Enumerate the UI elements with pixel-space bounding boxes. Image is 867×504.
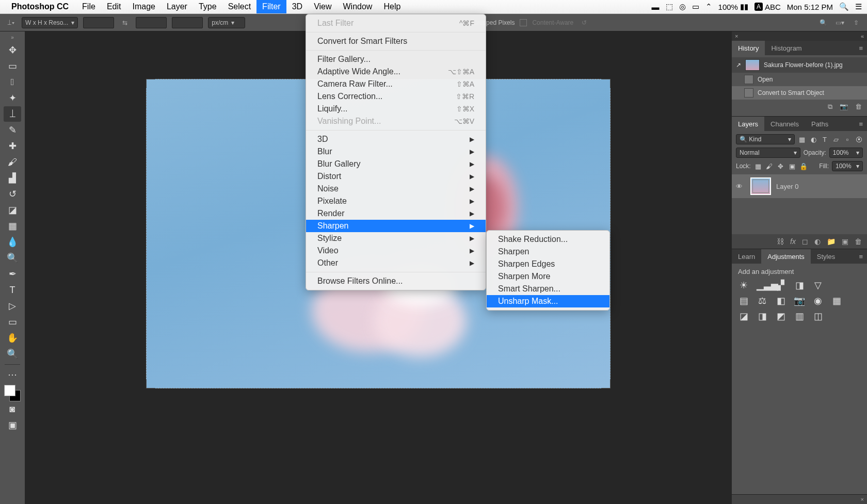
layer-filter-kind[interactable]: 🔍 Kind▾ xyxy=(736,134,795,144)
filter-camera-raw[interactable]: Camera Raw Filter...⇧⌘A xyxy=(306,78,486,90)
dropbox-icon[interactable]: ⬚ xyxy=(666,2,673,11)
photo-filter-icon[interactable]: 📷 xyxy=(794,295,805,306)
sharpen-smart[interactable]: Smart Sharpen... xyxy=(487,283,609,295)
color-swatch[interactable] xyxy=(4,385,21,401)
crop-height-field[interactable] xyxy=(136,17,167,28)
blur-tool[interactable]: 💧 xyxy=(4,234,21,250)
filter-video[interactable]: Video▶ xyxy=(306,245,486,257)
panel-close-icon[interactable]: × xyxy=(735,33,738,39)
link-layers-icon[interactable]: ⛓ xyxy=(777,237,784,246)
filter-adjust-icon[interactable]: ◐ xyxy=(809,135,817,143)
menu-layer[interactable]: Layer xyxy=(161,0,193,13)
tab-history[interactable]: History xyxy=(732,41,765,55)
gradient-tool[interactable]: ▦ xyxy=(4,218,21,234)
curves-icon[interactable]: ▞ xyxy=(775,280,786,291)
layer-name[interactable]: Layer 0 xyxy=(776,183,798,190)
crop-tool[interactable]: ⟘ xyxy=(4,106,21,122)
mask-icon[interactable]: ◻ xyxy=(802,237,808,246)
menu-view[interactable]: View xyxy=(308,0,337,13)
crop-width-field[interactable] xyxy=(83,17,114,28)
posterize-icon[interactable]: ◨ xyxy=(757,311,768,322)
levels-icon[interactable]: ▁▃▅ xyxy=(757,280,768,291)
menu-window[interactable]: Window xyxy=(338,0,378,13)
vibrance-icon[interactable]: ▽ xyxy=(812,280,824,291)
lock-paint-icon[interactable]: 🖌 xyxy=(765,162,774,170)
content-aware-checkbox[interactable] xyxy=(520,19,527,26)
lock-transparency-icon[interactable]: ▦ xyxy=(754,162,762,170)
sharpen-sharpen[interactable]: Sharpen xyxy=(487,246,609,258)
menu-image[interactable]: Image xyxy=(126,0,160,13)
history-brush-tool[interactable]: ↺ xyxy=(4,186,21,202)
panel-collapse-icon[interactable]: « xyxy=(861,33,864,39)
menu-3d[interactable]: 3D xyxy=(286,0,308,13)
swap-dimensions-icon[interactable]: ⇆ xyxy=(119,17,131,28)
edit-toolbar[interactable]: ⋯ xyxy=(4,367,21,382)
group-icon[interactable]: 📁 xyxy=(827,237,836,246)
menu-help[interactable]: Help xyxy=(378,0,406,13)
bottom-panel-close-icon[interactable]: × xyxy=(861,496,864,502)
battery-status[interactable]: 100% ▮▮ xyxy=(718,2,748,11)
airplay-icon[interactable]: ▭ xyxy=(692,2,699,11)
delete-layer-icon[interactable]: 🗑 xyxy=(855,237,862,246)
workspace-icon[interactable]: ▭▾ xyxy=(834,17,845,28)
tab-adjustments[interactable]: Adjustments xyxy=(761,249,811,264)
trash-icon[interactable]: 🗑 xyxy=(855,103,862,111)
filter-blur-gallery[interactable]: Blur Gallery▶ xyxy=(306,158,486,170)
eraser-tool[interactable]: ◪ xyxy=(4,202,21,218)
crop-preset-select[interactable]: W x H x Reso...▾ xyxy=(22,17,78,28)
filter-stylize[interactable]: Stylize▶ xyxy=(306,232,486,245)
history-step-open[interactable]: Open xyxy=(732,73,867,86)
hue-icon[interactable]: ▤ xyxy=(738,295,749,306)
pen-tool[interactable]: ✒ xyxy=(4,266,21,282)
blend-mode-select[interactable]: Normal▾ xyxy=(736,148,800,158)
tab-channels[interactable]: Channels xyxy=(764,117,805,131)
tab-styles[interactable]: Styles xyxy=(811,249,841,264)
tools-collapse-icon[interactable]: » xyxy=(11,35,14,40)
new-layer-icon[interactable]: ▣ xyxy=(842,237,848,246)
filter-gallery[interactable]: Filter Gallery... xyxy=(306,53,486,66)
quickmask-tool[interactable]: ◙ xyxy=(4,401,21,417)
filter-toggle-icon[interactable]: ⦿ xyxy=(855,135,863,143)
zoom-tool[interactable]: 🔍 xyxy=(4,346,21,362)
dodge-tool[interactable]: 🔍 xyxy=(4,250,21,266)
threshold-icon[interactable]: ◩ xyxy=(775,311,786,322)
filter-distort[interactable]: Distort▶ xyxy=(306,170,486,183)
opacity-field[interactable]: 100%▾ xyxy=(829,148,863,158)
filter-lens-correction[interactable]: Lens Correction...⇧⌘R xyxy=(306,90,486,103)
invert-icon[interactable]: ◪ xyxy=(738,311,749,322)
cc-icon[interactable]: ◎ xyxy=(679,2,686,11)
quick-select-tool[interactable]: ✦ xyxy=(4,90,21,106)
crop-unit-select[interactable]: px/cm▾ xyxy=(208,17,245,28)
filter-blur[interactable]: Blur▶ xyxy=(306,145,486,158)
filter-adaptive-wide-angle[interactable]: Adaptive Wide Angle...⌥⇧⌘A xyxy=(306,66,486,78)
menu-file[interactable]: File xyxy=(76,0,101,13)
menulet-icon[interactable]: ▬ xyxy=(652,3,660,11)
tab-layers[interactable]: Layers xyxy=(732,117,764,131)
lock-all-icon[interactable]: 🔒 xyxy=(799,162,808,170)
clone-stamp-tool[interactable]: ▟ xyxy=(4,170,21,186)
filter-liquify[interactable]: Liquify...⇧⌘X xyxy=(306,103,486,115)
wifi-icon[interactable]: ⌃ xyxy=(705,2,712,11)
crop-resolution-field[interactable] xyxy=(172,17,203,28)
new-snapshot-icon[interactable]: ⧉ xyxy=(828,103,832,111)
visibility-icon[interactable]: 👁 xyxy=(736,183,745,190)
history-step-convert[interactable]: Convert to Smart Object xyxy=(732,86,867,100)
screenmode-tool[interactable]: ▣ xyxy=(4,417,21,433)
layers-panel-menu-icon[interactable]: ≡ xyxy=(855,117,867,131)
filter-smart-icon[interactable]: ▫ xyxy=(843,135,852,143)
menu-extras-icon[interactable]: ☰ xyxy=(855,2,862,11)
move-tool[interactable]: ✥ xyxy=(4,42,21,58)
tab-histogram[interactable]: Histogram xyxy=(765,41,808,55)
adjustments-panel-menu-icon[interactable]: ≡ xyxy=(855,249,867,264)
fx-icon[interactable]: fx xyxy=(790,237,796,246)
menu-type[interactable]: Type xyxy=(193,0,222,13)
app-name[interactable]: Photoshop CC xyxy=(11,2,69,11)
filter-3d[interactable]: 3D▶ xyxy=(306,133,486,145)
exposure-icon[interactable]: ◨ xyxy=(794,280,805,291)
tab-learn[interactable]: Learn xyxy=(732,249,761,264)
filter-render[interactable]: Render▶ xyxy=(306,207,486,220)
eyedropper-tool[interactable]: ✎ xyxy=(4,122,21,138)
lasso-tool[interactable]: 𓏐 xyxy=(4,74,21,90)
filter-last[interactable]: Last Filter^⌘F xyxy=(306,17,486,29)
input-source[interactable]: A ABC xyxy=(754,3,781,11)
